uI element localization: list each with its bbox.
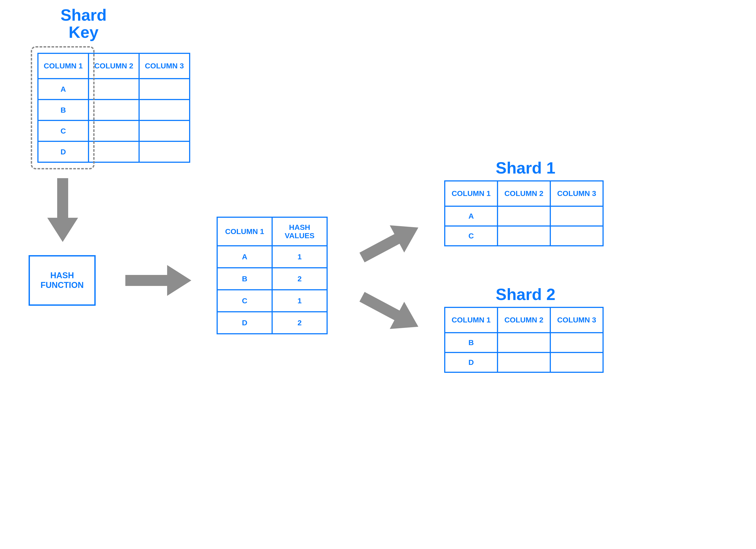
shard2-header-2: COLUMN 2 (498, 307, 550, 333)
cell (89, 79, 139, 100)
cell (498, 206, 550, 226)
shard1-title: Shard 1 (460, 159, 592, 177)
cell: D (217, 312, 272, 334)
arrow-upright-icon (356, 218, 422, 268)
cell (89, 100, 139, 121)
cell (550, 353, 603, 372)
cell (550, 226, 603, 246)
cell: 1 (272, 290, 327, 312)
shard-key-line1: Shard (60, 6, 107, 24)
table-row: B 2 (217, 268, 327, 290)
cell (139, 121, 190, 141)
cell: C (217, 290, 272, 312)
shard1-label: Shard 1 (496, 159, 555, 177)
svg-rect-0 (57, 178, 68, 220)
svg-rect-2 (125, 275, 169, 286)
shard2-header-1: COLUMN 1 (445, 307, 498, 333)
svg-marker-1 (47, 218, 78, 242)
shard2-header-3: COLUMN 3 (550, 307, 603, 333)
cell: B (217, 268, 272, 290)
shard2-label: Shard 2 (496, 285, 555, 304)
table-row: D (445, 353, 603, 372)
shard-key-highlight (31, 46, 95, 169)
shard1-header-1: COLUMN 1 (445, 181, 498, 206)
svg-rect-6 (360, 292, 402, 321)
table-row: C (445, 226, 603, 246)
hash-header-1: COLUMN 1 (217, 217, 272, 246)
table-row: D 2 (217, 312, 327, 334)
shard-key-line2: Key (69, 23, 99, 41)
cell (498, 333, 550, 353)
hash-table: COLUMN 1 HASH VALUES A 1 B 2 C 1 D 2 (217, 217, 328, 334)
shard2-table: COLUMN 1 COLUMN 2 COLUMN 3 B D (444, 307, 604, 373)
hash-function-line1: HASH (50, 271, 74, 280)
cell (139, 100, 190, 121)
cell (498, 226, 550, 246)
cell (89, 121, 139, 141)
arrow-down-icon (43, 178, 82, 246)
svg-rect-4 (360, 233, 402, 262)
shard2-title: Shard 2 (460, 286, 592, 303)
source-header-2: COLUMN 2 (89, 53, 139, 79)
cell (550, 333, 603, 353)
cell: 1 (272, 246, 327, 268)
cell (550, 206, 603, 226)
table-row: C 1 (217, 290, 327, 312)
cell (139, 141, 190, 162)
shard1-table: COLUMN 1 COLUMN 2 COLUMN 3 A C (444, 180, 604, 246)
cell (89, 141, 139, 162)
cell (498, 353, 550, 372)
source-header-3: COLUMN 3 (139, 53, 190, 79)
cell: D (445, 353, 498, 372)
shard1-header-3: COLUMN 3 (550, 181, 603, 206)
svg-marker-3 (167, 265, 191, 296)
hash-header-2: HASH VALUES (272, 217, 327, 246)
arrow-right-icon (125, 261, 196, 300)
table-row: A (445, 206, 603, 226)
hash-function-box: HASH FUNCTION (29, 255, 96, 306)
cell: B (445, 333, 498, 353)
cell (139, 79, 190, 100)
shard1-header-2: COLUMN 2 (498, 181, 550, 206)
cell: C (445, 226, 498, 246)
hash-function-line2: FUNCTION (40, 280, 84, 290)
cell: 2 (272, 268, 327, 290)
table-row: B (445, 333, 603, 353)
arrow-downright-icon (356, 286, 422, 337)
table-row: A 1 (217, 246, 327, 268)
cell: 2 (272, 312, 327, 334)
cell: A (217, 246, 272, 268)
cell: A (445, 206, 498, 226)
shard-key-title: Shard Key (40, 7, 128, 41)
